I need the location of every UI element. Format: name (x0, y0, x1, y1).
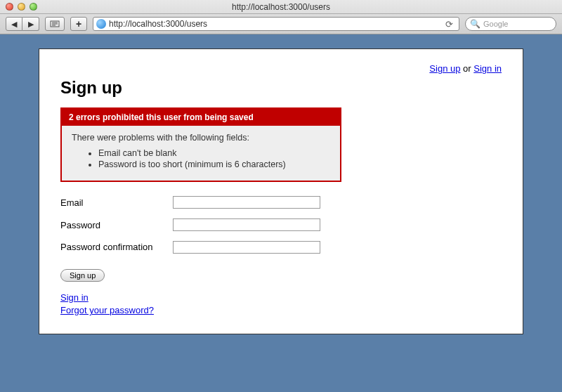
toolbar: ◀ ▶ + http://localhost:3000/users ⟳ 🔍 Go… (0, 14, 562, 34)
email-label: Email (60, 197, 173, 208)
signup-link-top[interactable]: Sign up (429, 63, 460, 74)
error-list: Email can't be blank Password is too sho… (72, 148, 330, 169)
reload-icon[interactable]: ⟳ (443, 19, 456, 30)
form-row-password: Password (60, 218, 502, 231)
password-confirmation-label: Password confirmation (60, 242, 173, 253)
search-placeholder: Google (483, 20, 508, 28)
back-button[interactable]: ◀ (6, 17, 22, 31)
url-text: http://localhost:3000/users (109, 19, 440, 29)
add-bookmark-button[interactable]: + (70, 17, 87, 31)
titlebar: http://localhost:3000/users (0, 0, 562, 14)
error-item: Email can't be blank (98, 148, 330, 158)
password-confirmation-field[interactable] (173, 241, 320, 254)
forward-button[interactable]: ▶ (22, 17, 39, 31)
signup-button[interactable]: Sign up (60, 269, 105, 282)
top-nav: Sign up or Sign in (60, 63, 502, 74)
password-field[interactable] (173, 218, 320, 231)
password-label: Password (60, 220, 173, 230)
window-chrome: http://localhost:3000/users ◀ ▶ + http:/… (0, 0, 562, 34)
signin-link-top[interactable]: Sign in (473, 63, 502, 74)
url-bar[interactable]: http://localhost:3000/users ⟳ (93, 17, 459, 31)
search-bar[interactable]: 🔍 Google (465, 17, 556, 31)
site-icon (96, 19, 106, 29)
error-explanation: 2 errors prohibited this user from being… (60, 107, 341, 182)
error-item: Password is too short (minimum is 6 char… (98, 159, 330, 169)
form-row-password-confirmation: Password confirmation (60, 241, 502, 254)
signin-link[interactable]: Sign in (60, 292, 502, 304)
bookmarks-button[interactable] (45, 17, 65, 31)
viewport: Sign up or Sign in Sign up 2 errors proh… (0, 34, 562, 392)
email-field[interactable] (173, 196, 320, 209)
search-icon: 🔍 (470, 19, 481, 29)
page-title: Sign up (60, 78, 502, 98)
form-row-email: Email (60, 196, 502, 209)
top-nav-separator: or (460, 63, 473, 74)
error-intro: There were problems with the following f… (72, 133, 330, 143)
forgot-password-link[interactable]: Forgot your password? (60, 304, 502, 317)
window-title: http://localhost:3000/users (0, 2, 562, 12)
error-header: 2 errors prohibited this user from being… (62, 109, 340, 126)
error-body: There were problems with the following f… (62, 126, 340, 181)
page-content: Sign up or Sign in Sign up 2 errors proh… (39, 48, 523, 334)
bottom-links: Sign in Forgot your password? (60, 292, 502, 317)
